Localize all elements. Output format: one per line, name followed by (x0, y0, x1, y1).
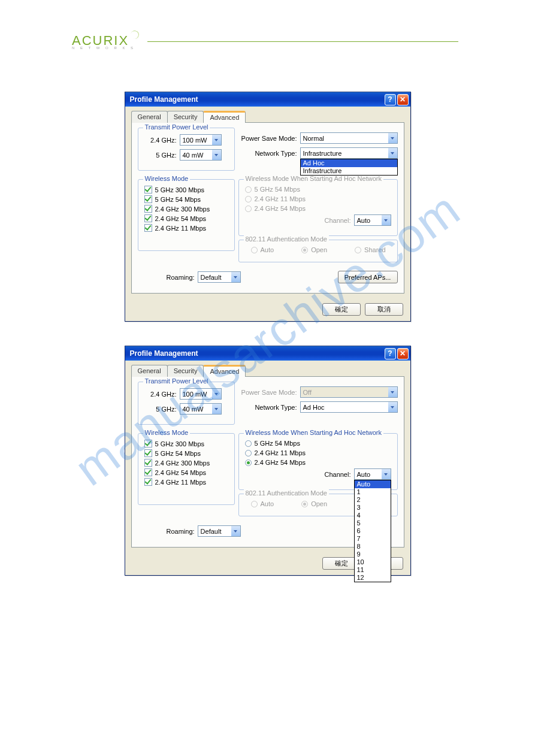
check-24ghz-11[interactable]: 2.4 GHz 11 Mbps (144, 224, 228, 232)
radio-icon (301, 247, 308, 253)
combo-channel[interactable]: Auto Auto 1 2 3 4 5 6 (354, 468, 391, 480)
tab-security[interactable]: Security (167, 365, 204, 377)
titlebar[interactable]: Profile Management ? ✕ (125, 92, 410, 107)
combo-5ghz-power-value: 40 mW (180, 152, 212, 159)
check-5ghz-54[interactable]: 5 GHz 54 Mbps (144, 449, 228, 457)
checkbox-icon (144, 440, 152, 447)
radio-label: 5 GHz 54 Mbps (255, 186, 300, 193)
option-channel[interactable]: 6 (355, 527, 391, 535)
check-24ghz-54[interactable]: 2.4 GHz 54 Mbps (144, 214, 228, 222)
radio-icon (245, 440, 252, 447)
titlebar-close-button[interactable]: ✕ (397, 348, 409, 359)
page-header: ACURIX N E T W O R K S (0, 33, 535, 50)
dialog-profile-management-1: Profile Management ? ✕ General Security … (125, 92, 411, 322)
radio-label: 2.4 GHz 54 Mbps (255, 205, 306, 212)
tab-advanced[interactable]: Advanced (203, 365, 246, 377)
group-adhoc-start: Wireless Mode When Starting Ad Hoc Netwo… (238, 179, 398, 236)
option-channel[interactable]: Auto (355, 480, 391, 488)
radio-label: Auto (261, 246, 274, 253)
radio-24ghz-54: 2.4 GHz 54 Mbps (245, 205, 391, 212)
radio-5ghz-54[interactable]: 5 GHz 54 Mbps (245, 440, 391, 447)
preferred-aps-button[interactable]: Preferred APs... (338, 271, 398, 283)
titlebar-help-button[interactable]: ? (385, 348, 396, 359)
titlebar-help-button[interactable]: ? (385, 94, 396, 105)
combo-power-save-value: Normal (301, 135, 388, 142)
option-adhoc[interactable]: Ad Hoc (301, 159, 397, 167)
combo-roaming[interactable]: Default (198, 525, 241, 537)
network-type-dropdown[interactable]: Ad Hoc Infrastructure (300, 159, 398, 176)
check-5ghz-300[interactable]: 5 GHz 300 Mbps (144, 440, 228, 447)
combo-roaming[interactable]: Default (198, 271, 241, 283)
combo-5ghz-power[interactable]: 40 mW (180, 403, 222, 415)
radio-icon (251, 501, 258, 507)
group-wireless-mode: Wireless Mode 5 GHz 300 Mbps 5 GHz 54 Mb… (138, 179, 235, 251)
tab-general[interactable]: General (131, 365, 168, 377)
radio-auth-open: Open (301, 246, 327, 253)
radio-label: Open (311, 500, 327, 507)
option-channel[interactable]: 9 (355, 551, 391, 558)
group-title-adhoc: Wireless Mode When Starting Ad Hoc Netwo… (244, 429, 383, 436)
label-24ghz: 2.4 GHz: (144, 391, 177, 398)
group-title-wireless: Wireless Mode (143, 429, 191, 436)
combo-24ghz-power[interactable]: 100 mW (180, 134, 222, 146)
tabs: General Security Advanced (131, 365, 404, 377)
label-5ghz: 5 GHz: (144, 406, 177, 413)
combo-network-type[interactable]: Infrastructure Ad Hoc Infrastructure (300, 147, 398, 159)
ok-button[interactable]: 確定 (322, 303, 361, 316)
check-5ghz-300[interactable]: 5 GHz 300 Mbps (144, 186, 228, 193)
logo-wave-icon (130, 29, 140, 40)
radio-label: 2.4 GHz 54 Mbps (255, 459, 306, 466)
option-channel[interactable]: 4 (355, 512, 391, 519)
radio-24ghz-11[interactable]: 2.4 GHz 11 Mbps (245, 449, 391, 456)
channel-dropdown[interactable]: Auto 1 2 3 4 5 6 7 8 (354, 480, 391, 582)
check-label: 2.4 GHz 300 Mbps (155, 205, 210, 213)
option-channel[interactable]: 8 (355, 543, 391, 551)
radio-icon (301, 501, 308, 507)
tab-security[interactable]: Security (167, 111, 204, 123)
combo-5ghz-power-value: 40 mW (180, 406, 212, 413)
label-roaming: Roaming: (167, 528, 195, 535)
check-24ghz-11[interactable]: 2.4 GHz 11 Mbps (144, 478, 228, 486)
option-channel[interactable]: 10 (355, 558, 391, 566)
check-label: 2.4 GHz 54 Mbps (155, 215, 207, 222)
check-24ghz-300[interactable]: 2.4 GHz 300 Mbps (144, 459, 228, 467)
radio-auth-shared: Shared (355, 246, 385, 253)
check-label: 5 GHz 300 Mbps (155, 186, 205, 193)
titlebar-close-button[interactable]: ✕ (397, 94, 409, 105)
option-channel[interactable]: 11 (355, 566, 391, 574)
group-title-auth: 802.11 Authentication Mode (244, 235, 329, 243)
combo-24ghz-power[interactable]: 100 mW (180, 388, 222, 400)
combo-5ghz-power[interactable]: 40 mW (180, 149, 222, 161)
combo-power-save[interactable]: Normal (300, 132, 398, 144)
option-channel[interactable]: 7 (355, 535, 391, 543)
option-channel[interactable]: 5 (355, 519, 391, 527)
label-power-save: Power Save Mode: (238, 389, 297, 396)
check-5ghz-54[interactable]: 5 GHz 54 Mbps (144, 195, 228, 203)
check-24ghz-300[interactable]: 2.4 GHz 300 Mbps (144, 205, 228, 213)
radio-24ghz-54[interactable]: 2.4 GHz 54 Mbps (245, 459, 391, 466)
tab-panel-advanced: Transmit Power Level 2.4 GHz: 100 mW 5 G… (131, 376, 404, 548)
option-channel[interactable]: 3 (355, 504, 391, 512)
radio-label: Open (311, 246, 327, 253)
chevron-down-icon (231, 272, 240, 282)
group-transmit-power: Transmit Power Level 2.4 GHz: 100 mW 5 G… (138, 128, 235, 171)
group-title-auth: 802.11 Authentication Mode (244, 489, 329, 497)
check-24ghz-54[interactable]: 2.4 GHz 54 Mbps (144, 468, 228, 476)
titlebar[interactable]: Profile Management ? ✕ (125, 346, 410, 361)
option-channel[interactable]: 12 (355, 574, 391, 582)
label-network-type: Network Type: (238, 404, 297, 411)
radio-auth-auto: Auto (251, 500, 274, 507)
tab-general[interactable]: General (131, 111, 168, 123)
combo-channel[interactable]: Auto (354, 214, 391, 226)
check-label: 2.4 GHz 300 Mbps (155, 459, 210, 467)
option-channel[interactable]: 1 (355, 488, 391, 496)
cancel-button[interactable]: 取消 (365, 303, 403, 316)
option-channel[interactable]: 2 (355, 496, 391, 504)
group-title-adhoc: Wireless Mode When Starting Ad Hoc Netwo… (244, 175, 383, 182)
tab-advanced[interactable]: Advanced (203, 111, 246, 123)
combo-network-type[interactable]: Ad Hoc (300, 401, 398, 413)
tabs: General Security Advanced (131, 111, 404, 123)
option-infrastructure[interactable]: Infrastructure (301, 167, 397, 175)
chevron-down-icon (231, 526, 240, 536)
radio-auth-open: Open (301, 500, 327, 507)
